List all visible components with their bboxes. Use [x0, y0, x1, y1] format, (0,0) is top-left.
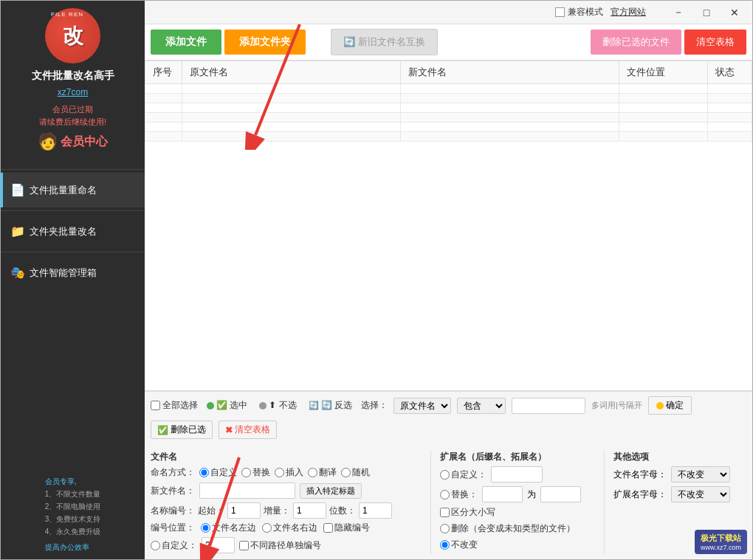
digits-input[interactable] — [359, 502, 392, 519]
check-all-checkbox[interactable] — [151, 401, 160, 410]
sidebar-item-smart-manager[interactable]: 🎭 文件智能管理箱 — [1, 255, 145, 290]
delete-checked-button[interactable]: ✅ 删除已选 — [151, 421, 213, 439]
table-row — [145, 103, 752, 113]
sidebar-item-folder-rename[interactable]: 📁 文件夹批量改名 — [1, 214, 145, 249]
no-same-path-checkbox[interactable]: 不同路径单独编号 — [239, 539, 321, 552]
col-header-original: 原文件名 — [182, 61, 401, 84]
radio-custom-pos[interactable]: 自定义： — [151, 539, 197, 552]
extension-panel: 扩展名（后缀名、拓展名） 自定义： 替换： 为 — [440, 451, 595, 555]
col-header-location: 文件位置 — [619, 61, 708, 84]
ext-delete-row: 删除（会变成未知类型的文件） — [440, 522, 595, 535]
panels-row: 文件名 命名方式： 自定义 替换 插入 — [145, 446, 752, 559]
table-row — [145, 84, 752, 94]
member-center[interactable]: 🧑 会员中心 — [38, 132, 108, 151]
table-row — [145, 94, 752, 103]
minimize-button[interactable]: － — [668, 5, 689, 20]
radio-pos-right[interactable]: 文件名右边 — [262, 522, 317, 534]
table-row — [145, 113, 752, 122]
filename-panel: 文件名 命名方式： 自定义 替换 插入 — [151, 451, 422, 555]
confirm-dot — [656, 402, 664, 409]
smart-manager-icon: 🎭 — [10, 266, 25, 280]
radio-insert[interactable]: 插入 — [275, 466, 303, 479]
ext-custom-row: 自定义： — [440, 466, 595, 483]
folder-rename-icon: 📁 — [10, 224, 25, 238]
toolbar: 添加文件 添加文件夹 🔄 新旧文件名互换 删除已选的文件 清空表格 — [145, 24, 752, 61]
close-button[interactable]: ✕ — [724, 5, 745, 20]
numbering-row: 名称编号： 起始： 增量： 位数： — [151, 502, 422, 519]
deselect-button[interactable]: ⬆ 不选 — [256, 398, 299, 413]
radio-random[interactable]: 随机 — [341, 466, 370, 479]
confirm-button[interactable]: 确定 — [648, 396, 692, 415]
bottom-controls: 全部选择 ✅ 选中 ⬆ 不选 🔄 🔄 反选 选择： 原文件名 新文件名 — [145, 391, 752, 446]
add-folder-button[interactable]: 添加文件夹 — [224, 30, 306, 55]
new-filename-row: 新文件名： 插入特定标题 — [151, 483, 422, 499]
ext-radio-nochange[interactable]: 不改变 — [440, 539, 478, 551]
invert-button[interactable]: 🔄 🔄 反选 — [306, 398, 355, 413]
deselect-dot — [259, 402, 267, 409]
sidebar-divider — [1, 169, 145, 170]
radio-translate[interactable]: 翻译 — [308, 466, 337, 479]
sidebar-tips: 会员专享, 1、不限文件数量 2、不限电脑使用 3、免费技术支持 4、永久免费升… — [39, 469, 107, 559]
app-window: FILE REN 改 文件批量改名高手 xz7com 会员已过期 请续费后继续使… — [0, 0, 753, 560]
col-header-index: 序号 — [145, 61, 182, 84]
ext-replace-row: 替换： 为 — [440, 486, 595, 502]
x-icon: ✖ — [225, 425, 233, 435]
file-table: 序号 原文件名 新文件名 文件位置 状态 — [145, 61, 752, 142]
main-content: 兼容模式 官方网站 － □ ✕ 添加文件 添加文件夹 🔄 新旧文件名互换 删除已… — [145, 1, 752, 559]
file-rename-icon: 📄 — [10, 183, 25, 197]
watermark: 极光下载站 www.xz7.com — [695, 530, 747, 554]
custom-pos-input[interactable] — [202, 537, 235, 553]
ext-radio-delete[interactable]: 删除（会变成未知类型的文件） — [440, 522, 575, 535]
ext-custom-input[interactable] — [491, 466, 543, 483]
radio-custom[interactable]: 自定义 — [199, 466, 237, 479]
naming-mode-row: 命名方式： 自定义 替换 插入 翻译 — [151, 466, 422, 479]
ext-case-select[interactable]: 不改变 全大写 全小写 — [671, 486, 730, 502]
clear-table-button[interactable]: 清空表格 — [684, 30, 746, 55]
invert-icon: 🔄 — [309, 401, 319, 410]
file-table-container: 序号 原文件名 新文件名 文件位置 状态 — [145, 61, 752, 391]
ext-replace-to-input[interactable] — [540, 486, 581, 502]
filter-input[interactable] — [512, 398, 585, 414]
sidebar-item-file-rename[interactable]: 📄 文件批量重命名 — [1, 173, 145, 207]
vertical-separator — [430, 451, 431, 555]
sidebar-website[interactable]: xz7com — [58, 87, 88, 97]
select-button[interactable]: ✅ 选中 — [204, 398, 250, 413]
maximize-button[interactable]: □ — [696, 5, 717, 20]
start-value-input[interactable] — [227, 502, 261, 519]
table-body — [145, 84, 752, 142]
sidebar: FILE REN 改 文件批量改名高手 xz7com 会员已过期 请续费后继续使… — [1, 1, 145, 559]
website-link[interactable]: 官方网站 — [611, 6, 646, 18]
table-row — [145, 132, 752, 142]
compat-mode: 兼容模式 — [555, 6, 603, 18]
check-all-label[interactable]: 全部选择 — [151, 399, 198, 412]
ext-radio-custom[interactable]: 自定义： — [440, 469, 486, 481]
increment-input[interactable] — [293, 502, 326, 519]
delete-selected-button[interactable]: 删除已选的文件 — [591, 30, 681, 55]
ext-radio-replace[interactable]: 替换： — [440, 488, 478, 501]
ext-nochange-row: 不改变 — [440, 539, 595, 551]
insert-title-button[interactable]: 插入特定标题 — [300, 483, 362, 499]
condition-select[interactable]: 包含 不包含 等于 — [457, 398, 506, 414]
col-header-status: 状态 — [708, 61, 752, 84]
compat-checkbox[interactable] — [555, 7, 565, 17]
new-filename-input[interactable] — [199, 483, 295, 499]
col-header-new: 新文件名 — [401, 61, 619, 84]
custom-pos-row: 自定义： 不同路径单独编号 — [151, 537, 422, 553]
radio-pos-left[interactable]: 文件名左边 — [201, 522, 256, 534]
ext-replace-from-input[interactable] — [482, 486, 523, 502]
swap-names-button[interactable]: 🔄 新旧文件名互换 — [331, 29, 438, 55]
expired-notice: 会员已过期 请续费后继续使用! — [39, 103, 106, 128]
filename-case-select[interactable]: 不改变 全大写 全小写 首字母大写 — [671, 466, 730, 483]
select-dot — [207, 402, 214, 409]
hide-number-checkbox[interactable]: 隐藏编号 — [323, 522, 370, 534]
app-logo: FILE REN 改 — [45, 8, 100, 63]
filter-select[interactable]: 原文件名 新文件名 — [393, 398, 451, 414]
table-row — [145, 122, 752, 132]
clear-table-sm-button[interactable]: ✖ 清空表格 — [219, 421, 277, 439]
add-file-button[interactable]: 添加文件 — [151, 30, 221, 55]
title-bar: 兼容模式 官方网站 － □ ✕ — [145, 1, 752, 24]
member-icon: 🧑 — [38, 132, 58, 151]
ext-casesensitive-row: 区分大小写 — [440, 506, 595, 519]
radio-replace[interactable]: 替换 — [241, 466, 270, 479]
ext-case-checkbox[interactable]: 区分大小写 — [440, 506, 495, 519]
